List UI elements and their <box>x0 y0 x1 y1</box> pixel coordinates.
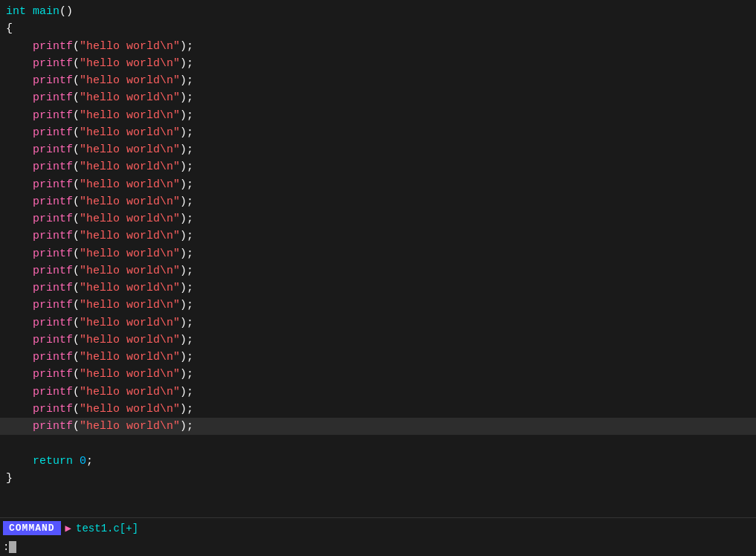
mode-badge: COMMAND <box>3 521 61 535</box>
code-line: printf("hello world\n"); <box>0 279 756 297</box>
code-line: printf("hello world\n"); <box>0 55 756 72</box>
code-line: printf("hello world\n"); <box>0 366 756 383</box>
code-line: printf("hello world\n"); <box>0 38 756 55</box>
code-line: printf("hello world\n"); <box>0 297 756 314</box>
cursor <box>9 541 16 553</box>
code-line: printf("hello world\n"); <box>0 314 756 332</box>
code-line: printf("hello world\n"); <box>0 401 756 418</box>
code-line: printf("hello world\n"); <box>0 141 756 158</box>
code-line: { <box>0 20 756 37</box>
command-line[interactable]: : <box>0 538 756 556</box>
code-line: printf("hello world\n"); <box>0 158 756 175</box>
code-line: printf("hello world\n"); <box>0 332 756 349</box>
status-bar: COMMAND ▶ test1.c[+] <box>0 517 756 538</box>
status-arrow: ▶ <box>65 522 71 534</box>
code-line <box>0 435 756 452</box>
code-line: printf("hello world\n"); <box>0 262 756 279</box>
code-line: printf("hello world\n"); <box>0 124 756 141</box>
code-line: printf("hello world\n"); <box>0 384 756 401</box>
code-line: printf("hello world\n"); <box>0 245 756 262</box>
code-line: printf("hello world\n"); <box>0 418 756 435</box>
code-line: } <box>0 470 756 487</box>
code-line: return 0; <box>0 453 756 470</box>
code-line: int main() <box>0 3 756 20</box>
code-line: printf("hello world\n"); <box>0 176 756 193</box>
code-editor: int main(){ printf("hello world\n"); pri… <box>0 0 756 517</box>
code-line: printf("hello world\n"); <box>0 210 756 227</box>
code-line: printf("hello world\n"); <box>0 89 756 106</box>
code-line: printf("hello world\n"); <box>0 227 756 245</box>
code-line: printf("hello world\n"); <box>0 349 756 366</box>
filename-label: test1.c[+] <box>76 523 138 534</box>
command-prompt: : <box>3 541 9 553</box>
code-line: printf("hello world\n"); <box>0 193 756 210</box>
code-line: printf("hello world\n"); <box>0 72 756 89</box>
code-line: printf("hello world\n"); <box>0 107 756 124</box>
